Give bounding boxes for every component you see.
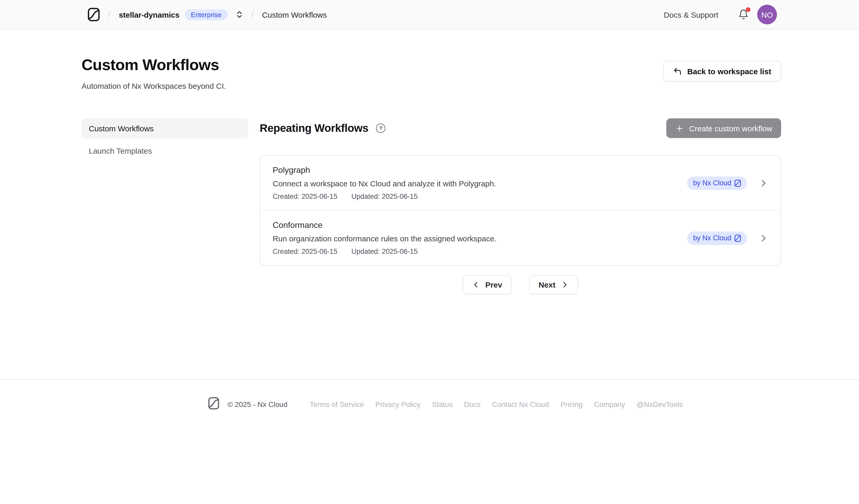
sidebar-item-custom-workflows[interactable]: Custom Workflows	[81, 118, 248, 139]
enterprise-badge: Enterprise	[185, 9, 228, 20]
footer-link-pricing[interactable]: Pricing	[560, 400, 583, 409]
notifications-button[interactable]	[738, 9, 749, 20]
footer-link-nxdevtools[interactable]: @NxDevTools	[637, 400, 683, 409]
workflow-created: Created: 2025-06-15	[273, 248, 337, 255]
footer-links: Terms of Service Privacy Policy Status D…	[310, 400, 683, 409]
page-header: Custom Workflows Automation of Nx Worksp…	[81, 56, 781, 90]
footer-link-privacy[interactable]: Privacy Policy	[375, 400, 420, 409]
workspace-switcher[interactable]: stellar-dynamics Enterprise	[119, 9, 243, 20]
chevron-right-icon	[759, 233, 768, 243]
footer-link-status[interactable]: Status	[432, 400, 453, 409]
workflow-updated: Updated: 2025-06-15	[351, 193, 418, 200]
notification-dot	[746, 7, 751, 12]
chevron-right-icon	[759, 178, 768, 188]
navbar-actions: Docs & Support NO	[664, 5, 777, 25]
workflows-list: Polygraph Connect a workspace to Nx Clou…	[260, 155, 781, 266]
chevron-right-icon	[561, 281, 569, 289]
by-nx-cloud-badge[interactable]: by Nx Cloud	[687, 231, 747, 245]
page-title: Custom Workflows	[81, 56, 226, 74]
create-custom-workflow-button[interactable]: Create custom workflow	[666, 118, 781, 138]
avatar[interactable]: NO	[757, 5, 777, 25]
footer-link-company[interactable]: Company	[594, 400, 625, 409]
corner-up-left-icon	[673, 67, 682, 76]
footer-link-contact[interactable]: Contact Nx Cloud	[492, 400, 549, 409]
nx-logo-icon[interactable]	[88, 8, 100, 21]
chevron-up-down-icon	[236, 10, 243, 19]
chevron-left-icon	[472, 281, 480, 289]
prev-button[interactable]: Prev	[463, 275, 512, 294]
plus-icon	[675, 124, 684, 133]
workflow-name: Conformance	[273, 220, 497, 230]
workflow-description: Connect a workspace to Nx Cloud and anal…	[273, 179, 496, 188]
top-navbar: / stellar-dynamics Enterprise / Custom W…	[0, 0, 859, 30]
section-title: Repeating Workflows	[260, 122, 368, 135]
workflow-updated: Updated: 2025-06-15	[351, 248, 418, 255]
back-to-workspace-list-button[interactable]: Back to workspace list	[663, 61, 781, 81]
workflow-row-polygraph[interactable]: Polygraph Connect a workspace to Nx Clou…	[260, 156, 781, 210]
breadcrumb-separator: /	[108, 9, 110, 20]
footer-link-docs[interactable]: Docs	[464, 400, 481, 409]
sidebar-item-launch-templates[interactable]: Launch Templates	[81, 141, 248, 161]
next-button[interactable]: Next	[529, 275, 578, 294]
workflow-description: Run organization conformance rules on th…	[273, 234, 497, 243]
nx-logo-footer-icon	[208, 397, 219, 412]
nx-logo-mini-icon	[734, 234, 741, 242]
page-subtitle: Automation of Nx Workspaces beyond CI.	[81, 81, 226, 90]
nx-logo-mini-icon	[734, 179, 741, 187]
page-footer: © 2025 - Nx Cloud Terms of Service Priva…	[0, 379, 859, 504]
footer-link-terms[interactable]: Terms of Service	[310, 400, 364, 409]
help-icon[interactable]: ?	[376, 124, 386, 133]
main-section: Repeating Workflows ? Create custom work…	[260, 118, 781, 294]
section-sidebar: Custom Workflows Launch Templates	[81, 118, 248, 294]
breadcrumb-page[interactable]: Custom Workflows	[262, 10, 327, 19]
workflow-name: Polygraph	[273, 166, 496, 175]
pagination: Prev Next	[260, 275, 781, 294]
copyright: © 2025 - Nx Cloud	[227, 400, 287, 409]
page: / stellar-dynamics Enterprise / Custom W…	[0, 0, 859, 504]
workflow-row-conformance[interactable]: Conformance Run organization conformance…	[260, 210, 781, 265]
content-area: Custom Workflows Automation of Nx Worksp…	[0, 30, 859, 379]
workspace-name: stellar-dynamics	[119, 10, 179, 19]
docs-support-link[interactable]: Docs & Support	[664, 10, 718, 19]
by-nx-cloud-badge[interactable]: by Nx Cloud	[687, 176, 747, 190]
breadcrumb: / stellar-dynamics Enterprise / Custom W…	[88, 8, 327, 21]
workflow-created: Created: 2025-06-15	[273, 193, 337, 200]
breadcrumb-separator: /	[251, 9, 254, 20]
